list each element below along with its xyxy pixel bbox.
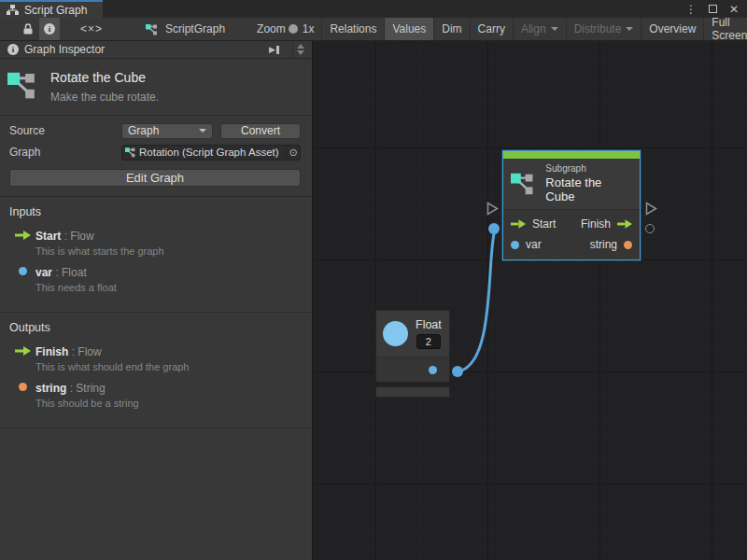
graph-inspector-header: i Graph Inspector ▶ [0,41,312,59]
outputs-header: Outputs [9,321,303,334]
float-node[interactable]: Float 2 [375,310,450,383]
fullscreen-button[interactable]: Full Screen [703,18,747,40]
node-title-bar [503,151,640,159]
port-string[interactable]: string [590,238,632,251]
overview-button[interactable]: Overview [641,18,703,40]
title-bar: Script Graph ⋮ ✕ [0,0,747,18]
wire-endpoint[interactable] [488,223,500,234]
graph-name-label: ScriptGraph [165,22,225,35]
code-view-button[interactable]: <×> [73,18,110,40]
list-item: var : Float This needs a float [9,266,303,293]
value-output-circle[interactable] [645,224,655,233]
script-graph-icon [125,147,137,158]
script-graph-icon [146,23,160,35]
info-icon: i [44,23,55,35]
spin-up-icon [297,44,304,49]
edit-graph-button[interactable]: Edit Graph [9,169,301,187]
distribute-button[interactable]: Distribute [566,18,641,40]
source-label: Source [9,124,121,137]
graph-title: Rotate the Cube [50,70,159,85]
list-item: Finish : Flow This is what should end th… [9,345,303,372]
float-value-input[interactable]: 2 [416,334,441,349]
flow-arrow-icon [15,231,31,240]
subgraph-node-header[interactable]: Subgraph Rotate the Cube [503,159,640,210]
chevron-down-icon [551,27,558,31]
string-port-icon [19,383,27,391]
port-finish[interactable]: Finish [581,217,632,231]
list-item: string : String This should be a string [9,382,303,409]
port-start[interactable]: Start [511,217,556,231]
maximize-icon[interactable] [705,3,720,16]
list-item: Start : Flow This is what starts the gra… [9,230,303,257]
tab-script-graph[interactable]: Script Graph [0,0,103,18]
scroll-spinner[interactable] [292,41,308,58]
values-button[interactable]: Values [384,18,433,40]
relations-button[interactable]: Relations [321,18,384,40]
node-kind-label: Subgraph [545,163,632,174]
float-node-title: Float [416,318,442,331]
toolbar: i <×> ScriptGraph Zoom 1x Relations Valu… [0,18,747,41]
close-icon[interactable]: ✕ [726,3,741,16]
subgraph-node[interactable]: Subgraph Rotate the Cube Start Fin [502,150,641,260]
graph-object-field[interactable]: Rotation (Script Graph Asset) ⊙ [121,145,301,161]
flow-output-triangle[interactable] [645,202,657,216]
float-node-ports [376,357,449,382]
float-type-icon [383,321,408,346]
graph-object-value: Rotation (Script Graph Asset) [139,147,286,158]
inputs-header: Inputs [9,205,303,218]
toolbar-button-group: Relations Values Dim Carry Align Distrib… [321,18,747,40]
lock-icon [21,22,35,35]
spin-down-icon [297,50,304,55]
subgraph-node-ports: Start Finish var [503,210,640,259]
script-graph-icon [7,70,41,100]
code-icon: <×> [80,22,103,35]
connection-wire [313,41,747,560]
port-var[interactable]: var [511,238,542,251]
source-value: Graph [128,124,194,137]
info-icon: i [7,44,19,55]
float-port-icon [511,241,519,249]
current-graph-indicator: ScriptGraph [138,18,233,40]
graph-hierarchy-icon [7,5,19,15]
carry-button[interactable]: Carry [470,18,513,40]
tab-title: Script Graph [24,4,87,17]
graph-settings-form: Source Graph Convert Graph [0,116,312,197]
string-port-icon [624,241,632,249]
float-node-header[interactable]: Float 2 [376,311,449,357]
graph-field-label: Graph [9,146,121,159]
inspector-toggle-button[interactable]: i [39,18,60,40]
float-output-port[interactable] [429,366,437,374]
align-button[interactable]: Align [513,18,566,40]
lock-button[interactable] [17,18,39,40]
object-picker-icon[interactable]: ⊙ [286,147,300,159]
script-graph-icon [511,171,538,196]
convert-button[interactable]: Convert [220,123,301,139]
graph-inspector-title: Graph Inspector [24,43,105,56]
chevron-down-icon [199,129,206,133]
float-port-icon [19,267,27,275]
flow-arrow-icon [617,219,632,229]
node-title: Rotate the Cube [545,175,632,203]
flow-input-triangle[interactable] [486,202,499,216]
flow-arrow-icon [511,219,526,229]
window-menu-icon[interactable]: ⋮ [684,3,698,16]
graph-inspector-panel: i Graph Inspector ▶ Rotate the Cube [0,41,313,560]
graph-canvas[interactable]: Subgraph Rotate the Cube Start Fin [313,41,747,560]
inputs-section: Inputs Start : Flow This is what starts … [0,197,312,313]
dock-panel-icon[interactable]: ▶ [269,45,279,54]
titlebar-spacer [103,0,684,18]
float-node-footer [375,386,450,398]
dim-button[interactable]: Dim [433,18,469,40]
outputs-section: Outputs Finish : Flow This is what shoul… [0,313,312,428]
zoom-label: Zoom [257,22,286,35]
wire-endpoint[interactable] [452,366,463,377]
graph-title-block: Rotate the Cube Make the cube rotate. [0,59,312,116]
graph-subtitle: Make the cube rotate. [50,91,159,104]
chevron-down-icon [626,27,633,31]
flow-arrow-icon [15,346,31,356]
zoom-slider-handle[interactable] [289,24,298,34]
script-graph-window: Script Graph ⋮ ✕ i <×> [0,0,747,560]
source-dropdown[interactable]: Graph [121,123,213,139]
zoom-value: 1x [303,22,315,35]
